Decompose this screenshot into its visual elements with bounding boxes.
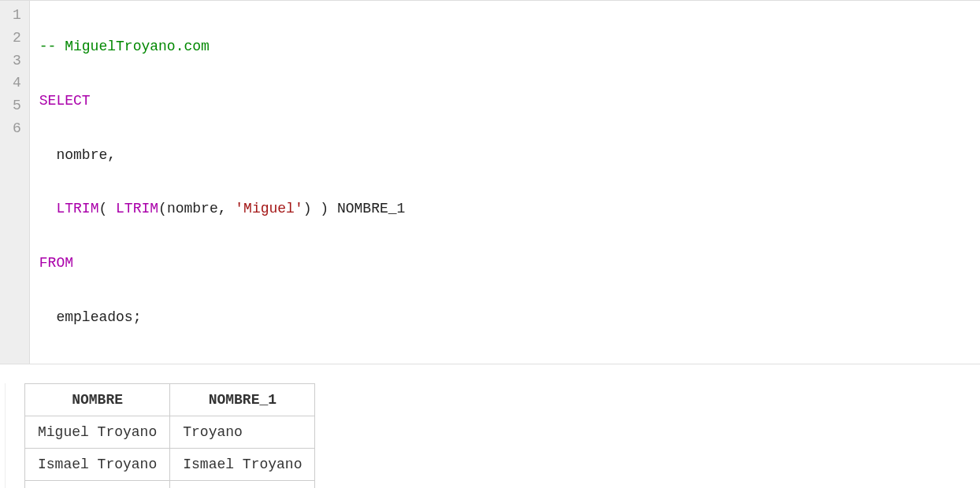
semicolon: ; bbox=[133, 309, 142, 325]
code-line-2[interactable]: SELECT bbox=[39, 90, 971, 113]
col-header-nombre-1: NOMBRE_1 bbox=[170, 383, 315, 416]
results-panel: NOMBRE NOMBRE_1 Miguel Troyano Troyano I… bbox=[5, 383, 980, 488]
sql-func-ltrim: LTRIM bbox=[56, 201, 98, 216]
code-line-1[interactable]: -- MiguelTroyano.com bbox=[39, 35, 971, 58]
table-row: Ismael Troyano Ismael Troyano bbox=[25, 448, 315, 480]
sql-string: 'Miguel' bbox=[235, 201, 303, 216]
code-area[interactable]: -- MiguelTroyano.com SELECT nombre, LTRI… bbox=[30, 1, 980, 364]
line-number: 2 bbox=[13, 27, 21, 50]
line-number: 4 bbox=[13, 72, 21, 94]
comma: , bbox=[218, 201, 236, 216]
line-number-gutter: 1 2 3 4 5 6 bbox=[0, 1, 30, 364]
sql-identifier: empleados bbox=[56, 309, 132, 325]
rparen: ) bbox=[303, 201, 312, 216]
sql-identifier: nombre bbox=[167, 201, 218, 216]
sql-func-ltrim: LTRIM bbox=[116, 201, 158, 216]
table-header-row: NOMBRE NOMBRE_1 bbox=[25, 383, 315, 416]
sql-keyword-select: SELECT bbox=[39, 93, 91, 109]
cell-nombre: Jose Troyano bbox=[25, 480, 170, 488]
line-number: 1 bbox=[13, 4, 21, 27]
line-number: 3 bbox=[13, 50, 21, 72]
sql-alias: NOMBRE_1 bbox=[329, 201, 405, 216]
lparen: ( bbox=[98, 201, 116, 216]
cell-nombre: Miguel Troyano bbox=[25, 416, 170, 448]
rparen: ) bbox=[312, 201, 329, 216]
table-row: Miguel Troyano Troyano bbox=[25, 416, 315, 448]
cell-nombre-1: Ismael Troyano bbox=[170, 448, 315, 480]
col-header-nombre: NOMBRE bbox=[25, 383, 170, 416]
cell-nombre-1: Jose Troyano bbox=[170, 480, 315, 488]
indent bbox=[39, 201, 57, 216]
code-line-5[interactable]: FROM bbox=[39, 252, 971, 275]
line-number: 5 bbox=[13, 94, 21, 117]
lparen: ( bbox=[158, 201, 167, 216]
results-table: NOMBRE NOMBRE_1 Miguel Troyano Troyano I… bbox=[24, 383, 315, 488]
code-line-3[interactable]: nombre, bbox=[39, 144, 971, 167]
sql-identifier: nombre bbox=[56, 147, 107, 163]
cell-nombre-1: Troyano bbox=[170, 416, 315, 448]
cell-nombre: Ismael Troyano bbox=[25, 448, 170, 480]
sql-keyword-from: FROM bbox=[39, 255, 73, 271]
sql-editor[interactable]: 1 2 3 4 5 6 -- MiguelTroyano.com SELECT … bbox=[0, 0, 980, 364]
table-row: Jose Troyano Jose Troyano bbox=[25, 480, 315, 488]
indent bbox=[39, 147, 57, 163]
line-number: 6 bbox=[13, 117, 21, 140]
code-line-6[interactable]: empleados; bbox=[39, 306, 971, 329]
comma: , bbox=[107, 147, 116, 163]
indent bbox=[39, 309, 57, 325]
code-line-4[interactable]: LTRIM( LTRIM(nombre, 'Miguel') ) NOMBRE_… bbox=[39, 198, 971, 220]
sql-comment: -- MiguelTroyano.com bbox=[39, 39, 210, 54]
